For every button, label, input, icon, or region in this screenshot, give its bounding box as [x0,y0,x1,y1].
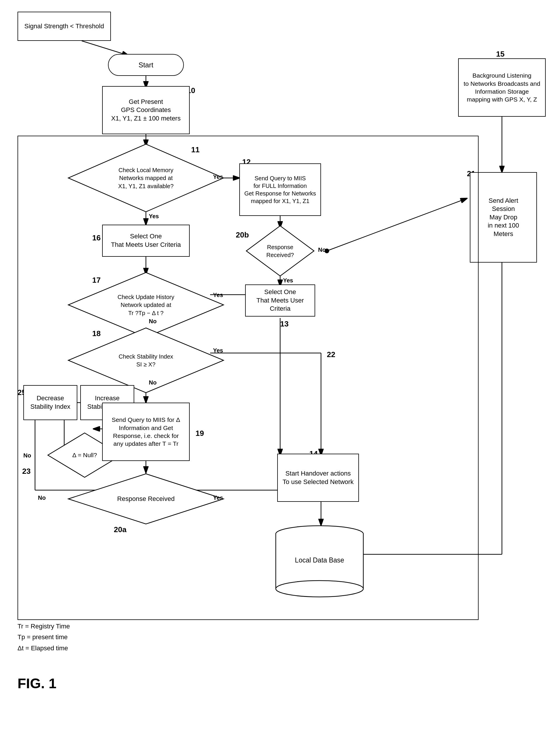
legend: Tr = Registry Time Tp = present time Δt … [17,621,70,653]
label-15: 15 [496,49,505,59]
send-alert-box: Send Alert Session May Drop in next 100 … [470,172,537,263]
outer-border [17,136,478,620]
start-box: Start [108,54,184,76]
background-listening-box: Background Listening to Networks Broadca… [458,58,546,117]
svg-line-1 [82,41,128,55]
signal-strength-box: Signal Strength < Threshold [17,12,111,41]
get-gps-box: Get Present GPS Coordinates X1, Y1, Z1 ±… [102,86,190,134]
figure-label: FIG. 1 [17,676,56,692]
